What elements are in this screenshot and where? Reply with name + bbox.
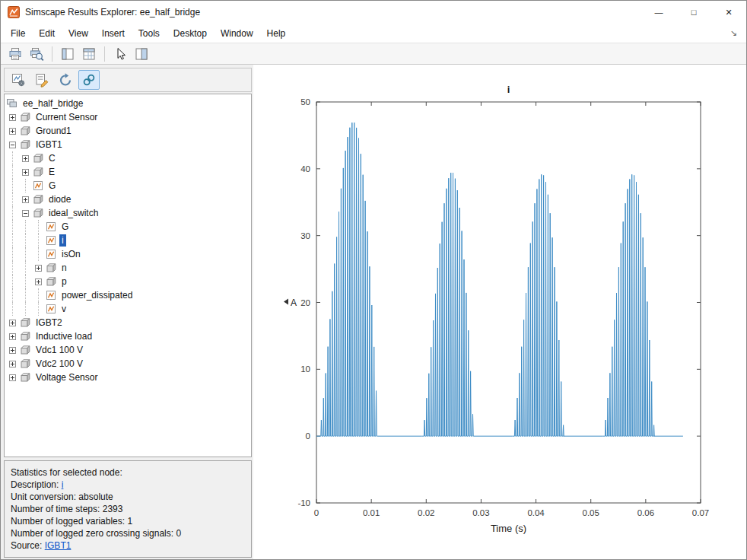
- menu-view[interactable]: View: [62, 25, 95, 42]
- tree-item-label: p: [59, 275, 69, 288]
- stat-zero-crossings-text: Number of logged zero crossing signals: …: [11, 528, 181, 539]
- main-toolbar: [1, 43, 746, 65]
- link-to-model-button[interactable]: [78, 70, 100, 90]
- expander-plus-icon[interactable]: [6, 329, 19, 343]
- expander-plus-icon[interactable]: [19, 165, 32, 179]
- tree-item-label: G: [59, 221, 71, 233]
- tree-item-p[interactable]: p: [5, 275, 251, 288]
- tree-item-ideal_switch[interactable]: ideal_switch: [5, 206, 251, 220]
- toolbar-divider: [104, 46, 105, 62]
- stat-source: Source: IGBT1: [11, 539, 245, 552]
- stat-unit-conversion-text: Unit conversion: absolute: [11, 492, 113, 502]
- tree-item-g[interactable]: G: [5, 220, 251, 234]
- print-button[interactable]: [5, 45, 25, 63]
- expander-plus-icon[interactable]: [6, 371, 19, 384]
- tree-item-g[interactable]: G: [5, 179, 251, 192]
- tree-indent-guide: [6, 302, 19, 316]
- plot-canvas[interactable]: 00.010.020.030.040.050.060.07-1001020304…: [253, 65, 747, 560]
- tree-item-inductive-load[interactable]: Inductive load: [5, 329, 251, 343]
- svg-text:0: 0: [314, 508, 319, 517]
- stat-logged-variables: Number of logged variables: 1: [11, 515, 245, 527]
- tree-item-label: Voltage Sensor: [33, 371, 100, 383]
- tree-item-diode[interactable]: diode: [5, 192, 251, 206]
- expander-plus-icon[interactable]: [6, 124, 19, 138]
- tree-item-vdc1-100-v[interactable]: Vdc1 100 V: [5, 343, 251, 357]
- stat-link-i[interactable]: i: [62, 479, 64, 490]
- tree-indent-guide: [6, 275, 19, 288]
- toggle-plot-panel-button[interactable]: [132, 45, 151, 63]
- expander-plus-icon[interactable]: [6, 343, 19, 357]
- expander-plus-icon[interactable]: [6, 357, 19, 371]
- tree-item-power_dissipated[interactable]: power_dissipated: [5, 288, 251, 302]
- expander-plus-icon[interactable]: [32, 261, 45, 275]
- tree-item-n[interactable]: n: [5, 261, 251, 275]
- signal-icon: [32, 180, 46, 191]
- menu-window[interactable]: Window: [214, 25, 260, 42]
- expander-plus-icon[interactable]: [19, 192, 32, 206]
- panel-right-icon: [134, 46, 149, 62]
- menu-help[interactable]: Help: [260, 25, 293, 42]
- stat-link-igbt1[interactable]: IGBT1: [45, 540, 72, 551]
- panel-grid-icon: [81, 46, 97, 62]
- tree-item-label: v: [59, 303, 68, 315]
- expander-minus-icon[interactable]: [19, 206, 32, 220]
- y-unit-selector[interactable]: A: [284, 298, 297, 308]
- cube-icon: [45, 262, 59, 273]
- reload-data-button[interactable]: [55, 70, 76, 90]
- expander-plus-icon[interactable]: [6, 316, 19, 329]
- tree-item-voltage-sensor[interactable]: Voltage Sensor: [5, 371, 251, 384]
- tree-item-c[interactable]: C: [5, 151, 251, 165]
- tree-item-current-sensor[interactable]: Current Sensor: [5, 110, 251, 124]
- link-model-icon: [81, 72, 97, 88]
- toggle-statistics-panel-button[interactable]: [79, 45, 99, 63]
- tree-item-label: i: [59, 234, 66, 247]
- menu-tools[interactable]: Tools: [132, 25, 167, 42]
- plot-options-button[interactable]: [8, 70, 29, 90]
- cube-icon: [19, 372, 33, 383]
- pointer-icon: [113, 46, 128, 62]
- menu-edit[interactable]: Edit: [32, 25, 62, 42]
- cube-icon: [32, 208, 46, 218]
- statistics-panel: Statistics for selected node:Description…: [4, 460, 252, 558]
- reload-data-icon: [58, 72, 73, 88]
- svg-text:-10: -10: [297, 498, 310, 508]
- tree-indent-guide: [19, 302, 32, 316]
- dock-arrow-icon[interactable]: ↘: [730, 28, 737, 38]
- tree-item-label: ideal_switch: [46, 207, 100, 219]
- menu-desktop[interactable]: Desktop: [167, 25, 214, 42]
- print-preview-button[interactable]: [27, 45, 46, 63]
- tree-item-v[interactable]: v: [5, 302, 251, 316]
- tree-item-ison[interactable]: isOn: [5, 247, 251, 261]
- maximize-button[interactable]: □: [676, 1, 711, 24]
- cube-icon: [19, 345, 33, 355]
- stat-source-text: Source:: [11, 540, 45, 551]
- expander-plus-icon[interactable]: [6, 110, 19, 124]
- tree-item-ee_half_bridge[interactable]: ee_half_bridge: [5, 97, 251, 110]
- expander-minus-icon[interactable]: [6, 138, 19, 151]
- tree-item-igbt2[interactable]: IGBT2: [5, 316, 251, 329]
- menu-file[interactable]: File: [4, 25, 32, 42]
- toggle-tree-panel-button[interactable]: [58, 45, 78, 63]
- svg-text:0.02: 0.02: [418, 508, 434, 517]
- tree-indent-guide: [6, 220, 19, 234]
- export-figure-button[interactable]: [31, 70, 52, 90]
- pointer-mode-button[interactable]: [110, 45, 130, 63]
- export-figure-icon: [34, 72, 49, 88]
- chart-xlabel: Time (s): [491, 523, 526, 534]
- tree-item-igbt1[interactable]: IGBT1: [5, 138, 251, 151]
- expander-plus-icon[interactable]: [32, 275, 45, 288]
- cube-icon: [19, 317, 33, 328]
- tree-item-vdc2-100-v[interactable]: Vdc2 100 V: [5, 357, 251, 371]
- cube-icon: [19, 112, 33, 123]
- minimize-button[interactable]: —: [641, 1, 676, 24]
- tree-indent-guide: [19, 220, 32, 234]
- expander-plus-icon[interactable]: [19, 151, 32, 165]
- menu-insert[interactable]: Insert: [95, 25, 132, 42]
- tree-item-i[interactable]: i: [5, 234, 251, 247]
- close-button[interactable]: ✕: [711, 1, 746, 24]
- svg-text:0.01: 0.01: [363, 508, 380, 517]
- tree-item-ground1[interactable]: Ground1: [5, 124, 251, 138]
- tree-indent-guide: [6, 206, 19, 220]
- svg-text:30: 30: [300, 231, 310, 240]
- tree-item-e[interactable]: E: [5, 165, 251, 179]
